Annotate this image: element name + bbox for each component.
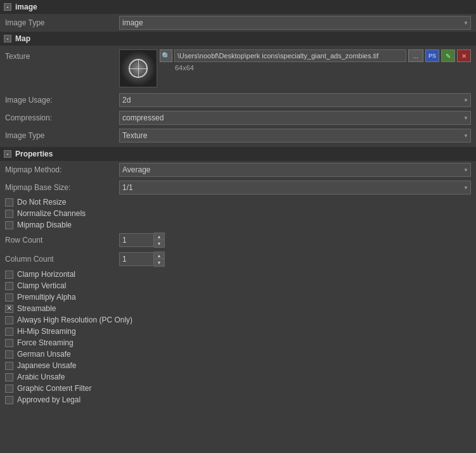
normalize-channels-row: Normalize Channels <box>0 208 476 219</box>
image-collapse-icon[interactable]: - <box>4 3 11 11</box>
compression-label: Compression: <box>5 113 119 122</box>
column-count-up-button[interactable]: ▲ <box>154 252 164 259</box>
edit-button[interactable]: ✎ <box>441 49 455 62</box>
map-section-label: Map <box>15 34 30 43</box>
texture-path-input[interactable] <box>174 49 406 62</box>
mipmap-method-value-wrapper: Average <box>119 163 471 177</box>
mipmap-method-row: Mipmap Method: Average <box>0 161 476 179</box>
mipmap-base-size-value-wrapper: 1/1 <box>119 181 471 195</box>
map-image-type-row: Image Type Texture <box>0 127 476 144</box>
texture-size: 64x64 <box>160 64 471 72</box>
arabic-unsafe-label: Arabic Unsafe <box>17 373 65 381</box>
image-type-select[interactable]: image <box>119 16 471 30</box>
force-streaming-checkbox[interactable] <box>5 339 13 347</box>
mipmap-base-size-select[interactable]: 1/1 <box>119 181 471 195</box>
streamable-checkbox[interactable] <box>5 305 13 313</box>
streamable-row: Streamable <box>0 303 476 314</box>
column-count-down-button[interactable]: ▼ <box>154 259 164 266</box>
row-count-up-button[interactable]: ▲ <box>154 233 164 240</box>
image-type-label: Image Type <box>5 18 119 27</box>
normalize-channels-checkbox[interactable] <box>5 210 13 218</box>
column-count-spinner-buttons: ▲ ▼ <box>154 252 165 267</box>
mipmap-method-label: Mipmap Method: <box>5 165 119 174</box>
image-usage-select[interactable]: 2d <box>119 93 471 107</box>
force-streaming-row: Force Streaming <box>0 337 476 348</box>
map-image-type-select-wrapper: Texture <box>119 129 471 143</box>
map-image-type-label: Image Type <box>5 131 119 140</box>
mipmap-base-size-label: Mipmap Base Size: <box>5 183 119 192</box>
column-count-input[interactable] <box>119 252 154 266</box>
clamp-vertical-checkbox[interactable] <box>5 282 13 290</box>
column-count-spinner: ▲ ▼ <box>119 252 165 267</box>
approved-by-legal-label: Approved by Legal <box>17 395 80 404</box>
image-type-row: Image Type image <box>0 14 476 32</box>
german-unsafe-row: German Unsafe <box>0 348 476 360</box>
compression-select[interactable]: compressed <box>119 111 471 125</box>
photoshop-button[interactable]: PS <box>425 49 439 62</box>
german-unsafe-checkbox[interactable] <box>5 350 13 359</box>
image-type-value-wrapper: image <box>119 16 471 30</box>
properties-section-label: Properties <box>15 150 53 158</box>
image-section-header[interactable]: - image <box>0 0 476 14</box>
hi-mip-streaming-checkbox[interactable] <box>5 328 13 336</box>
mipmap-method-select-wrapper: Average <box>119 163 471 177</box>
delete-button[interactable]: ✕ <box>457 49 471 62</box>
row-count-down-button[interactable]: ▼ <box>154 240 164 247</box>
always-high-res-checkbox[interactable] <box>5 316 13 324</box>
normalize-channels-label: Normalize Channels <box>17 209 86 218</box>
do-not-resize-row: Do Not Resize <box>0 196 476 208</box>
approved-by-legal-row: Approved by Legal <box>0 394 476 405</box>
japanese-unsafe-row: Japanese Unsafe <box>0 360 476 371</box>
texture-preview <box>119 49 157 87</box>
compression-value-wrapper: compressed <box>119 111 471 125</box>
mipmap-disable-checkbox[interactable] <box>5 221 13 229</box>
japanese-unsafe-checkbox[interactable] <box>5 362 13 370</box>
mipmap-disable-label: Mipmap Disable <box>17 220 72 229</box>
map-section-header[interactable]: - Map <box>0 32 476 46</box>
properties-collapse-icon[interactable]: - <box>4 150 11 158</box>
texture-controls: 🔍 ... PS ✎ ✕ 64x64 <box>157 49 471 72</box>
graphic-content-filter-label: Graphic Content Filter <box>17 384 91 393</box>
clamp-horizontal-checkbox[interactable] <box>5 271 13 279</box>
image-type-select-wrapper: image <box>119 16 471 30</box>
row-count-spinner-buttons: ▲ ▼ <box>154 233 165 248</box>
clamp-horizontal-label: Clamp Horizontal <box>17 270 75 279</box>
graphic-content-filter-checkbox[interactable] <box>5 385 13 393</box>
premultiply-alpha-row: Premultiply Alpha <box>0 291 476 303</box>
force-streaming-label: Force Streaming <box>17 338 74 347</box>
premultiply-alpha-checkbox[interactable] <box>5 293 13 302</box>
clamp-vertical-row: Clamp Vertical <box>0 280 476 291</box>
texture-preview-inner <box>120 51 156 86</box>
compression-select-wrapper: compressed <box>119 111 471 125</box>
map-image-type-select[interactable]: Texture <box>119 129 471 143</box>
browse-button[interactable]: ... <box>408 49 423 62</box>
arabic-unsafe-checkbox[interactable] <box>5 373 13 381</box>
mipmap-base-size-select-wrapper: 1/1 <box>119 181 471 195</box>
map-image-type-value-wrapper: Texture <box>119 129 471 143</box>
japanese-unsafe-label: Japanese Unsafe <box>17 361 76 370</box>
clamp-vertical-label: Clamp Vertical <box>17 281 66 290</box>
properties-section-header[interactable]: - Properties <box>0 147 476 161</box>
compression-row: Compression: compressed <box>0 109 476 127</box>
do-not-resize-label: Do Not Resize <box>17 198 66 207</box>
do-not-resize-checkbox[interactable] <box>5 198 13 207</box>
map-collapse-icon[interactable]: - <box>4 35 11 42</box>
approved-by-legal-checkbox[interactable] <box>5 396 13 404</box>
graphic-content-filter-row: Graphic Content Filter <box>0 383 476 394</box>
german-unsafe-label: German Unsafe <box>17 350 71 359</box>
column-count-row: Column Count ▲ ▼ <box>0 250 476 269</box>
clamp-horizontal-row: Clamp Horizontal <box>0 269 476 280</box>
mipmap-method-select[interactable]: Average <box>119 163 471 177</box>
row-count-input[interactable] <box>119 233 154 247</box>
column-count-label: Column Count <box>5 255 119 264</box>
texture-label: Texture <box>5 49 119 61</box>
magnify-button[interactable]: 🔍 <box>160 49 172 62</box>
hi-mip-streaming-label: Hi-Mip Streaming <box>17 327 76 336</box>
texture-path-row: 🔍 ... PS ✎ ✕ <box>160 49 471 62</box>
always-high-res-label: Always High Resolution (PC Only) <box>17 316 132 324</box>
image-usage-select-wrapper: 2d <box>119 93 471 107</box>
row-count-row: Row Count ▲ ▼ <box>0 231 476 250</box>
mipmap-base-size-row: Mipmap Base Size: 1/1 <box>0 179 476 196</box>
premultiply-alpha-label: Premultiply Alpha <box>17 293 76 302</box>
image-usage-value-wrapper: 2d <box>119 93 471 107</box>
